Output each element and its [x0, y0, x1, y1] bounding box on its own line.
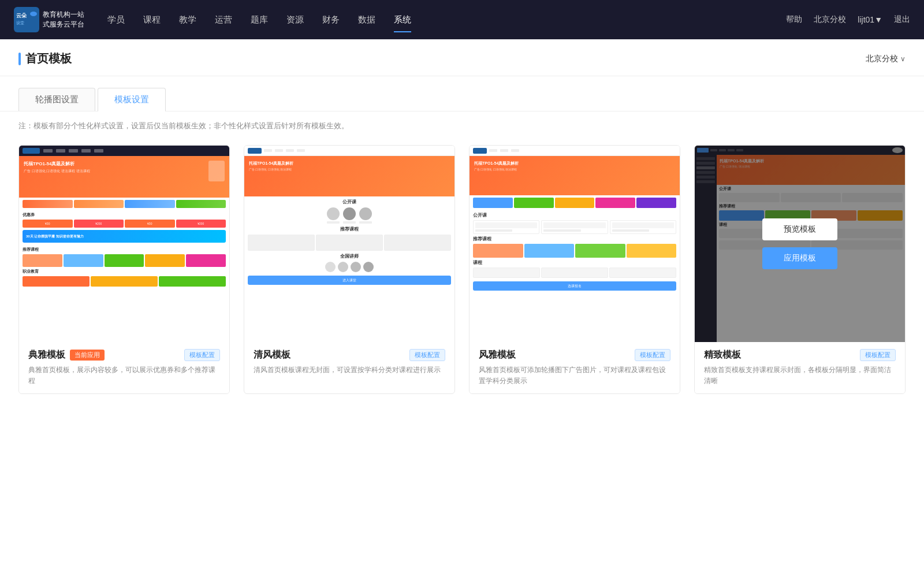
template-card-t4: 托福TPO1-54真题及解析 广告 口语强化 语法课程 公开课 — [694, 145, 906, 394]
template-preview-t2: 托福TPO1-54真题及解析 广告 口语强化 口语强化 语法课程 公开课 — [244, 146, 454, 342]
nav-courses[interactable]: 课程 — [143, 12, 161, 28]
template-preview-t1: 托福TPO1-54真题及解析 广告 口语强化 口语强化 语法课程 语法课程 优惠… — [19, 146, 229, 342]
svg-text:设堂: 设堂 — [16, 21, 24, 25]
apply-button-t4[interactable]: 应用模板 — [762, 247, 837, 269]
tabs-container: 轮播图设置 模板设置 — [0, 76, 924, 112]
notice-bar: 注：模板有部分个性化样式设置，设置后仅当前模板生效；非个性化样式设置后针对所有模… — [0, 112, 924, 140]
config-button-t2[interactable]: 模板配置 — [409, 349, 445, 361]
nav-teaching[interactable]: 教学 — [179, 12, 196, 28]
template-info-t3: 风雅模板 模板配置 风雅首页模板可添加轮播图下广告图片，可对课程及课程包设置学科… — [470, 342, 680, 393]
nav-resources[interactable]: 资源 — [286, 12, 304, 28]
template-preview-t3: 托福TPO1-54真题及解析 广告 口语强化 口语强化 语法课程 公开课 — [470, 146, 680, 342]
help-link[interactable]: 帮助 — [786, 14, 802, 25]
svg-rect-0 — [14, 7, 39, 32]
nav-menu: 学员 课程 教学 运营 题库 资源 财务 数据 系统 — [107, 12, 786, 28]
template-card-t2: 托福TPO1-54真题及解析 广告 口语强化 口语强化 语法课程 公开课 — [244, 145, 455, 394]
nav-finance[interactable]: 财务 — [322, 12, 340, 28]
page-header: 首页模板 北京分校 ∨ — [0, 39, 924, 76]
templates-grid: 托福TPO1-54真题及解析 广告 口语强化 口语强化 语法课程 语法课程 优惠… — [0, 140, 924, 413]
chevron-down-icon: ∨ — [900, 55, 906, 63]
page-container: 首页模板 北京分校 ∨ 轮播图设置 模板设置 注：模板有部分个性化样式设置，设置… — [0, 39, 924, 572]
logo-text: 教育机构一站 式服务云平台 — [43, 10, 84, 29]
template-desc-t2: 清风首页模板课程无封面，可设置按学科分类对课程进行展示 — [254, 365, 445, 376]
nav-system[interactable]: 系统 — [394, 12, 411, 28]
navbar: 云朵 设堂 教育机构一站 式服务云平台 学员 课程 教学 运营 题库 资源 财务… — [0, 0, 924, 39]
template-info-t1: 典雅模板 当前应用 模板配置 典雅首页模板，展示内容较多，可以展示优惠券和多个推… — [19, 342, 229, 393]
tab-slideshow[interactable]: 轮播图设置 — [18, 88, 95, 111]
template-card-t1: 托福TPO1-54真题及解析 广告 口语强化 口语强化 语法课程 语法课程 优惠… — [18, 145, 230, 394]
nav-students[interactable]: 学员 — [107, 12, 125, 28]
config-button-t4[interactable]: 模板配置 — [860, 349, 896, 361]
config-button-t1[interactable]: 模板配置 — [184, 349, 220, 361]
logout-button[interactable]: 退出 — [894, 14, 910, 25]
config-button-t3[interactable]: 模板配置 — [635, 349, 670, 361]
logo[interactable]: 云朵 设堂 教育机构一站 式服务云平台 — [14, 7, 84, 32]
template-desc-t4: 精致首页模板支持课程展示封面，各模板分隔明显，界面简洁清晰 — [704, 365, 896, 387]
template-name-t2: 清风模板 — [254, 349, 290, 361]
tab-template[interactable]: 模板设置 — [98, 88, 166, 112]
template-overlay-t4: 预览模板 应用模板 — [695, 146, 905, 342]
page-title: 首页模板 — [18, 51, 72, 66]
template-card-t3: 托福TPO1-54真题及解析 广告 口语强化 口语强化 语法课程 公开课 — [469, 145, 680, 394]
template-desc-t1: 典雅首页模板，展示内容较多，可以展示优惠券和多个推荐课程 — [28, 365, 220, 387]
template-info-t4: 精致模板 模板配置 精致首页模板支持课程展示封面，各模板分隔明显，界面简洁清晰 — [695, 342, 905, 393]
logo-icon: 云朵 设堂 — [14, 7, 39, 32]
template-preview-t4: 托福TPO1-54真题及解析 广告 口语强化 语法课程 公开课 — [695, 146, 905, 342]
branch-name[interactable]: 北京分校 — [814, 14, 846, 25]
template-name-t1: 典雅模板 — [28, 349, 65, 361]
tabs: 轮播图设置 模板设置 — [18, 88, 906, 111]
svg-point-3 — [30, 12, 37, 16]
template-name-t3: 风雅模板 — [479, 349, 516, 361]
current-badge-t1: 当前应用 — [70, 350, 105, 361]
svg-text:云朵: 云朵 — [16, 13, 27, 18]
user-menu[interactable]: lijt01▼ — [858, 15, 882, 24]
nav-data[interactable]: 数据 — [358, 12, 375, 28]
template-info-t2: 清风模板 模板配置 清风首页模板课程无封面，可设置按学科分类对课程进行展示 — [244, 342, 454, 382]
template-name-t4: 精致模板 — [704, 349, 741, 361]
nav-questions[interactable]: 题库 — [251, 12, 268, 28]
nav-operations[interactable]: 运营 — [215, 12, 232, 28]
template-desc-t3: 风雅首页模板可添加轮播图下广告图片，可对课程及课程包设置学科分类展示 — [479, 365, 670, 387]
branch-selector[interactable]: 北京分校 ∨ — [866, 54, 906, 64]
navbar-right: 帮助 北京分校 lijt01▼ 退出 — [786, 14, 910, 25]
preview-button-t4[interactable]: 预览模板 — [762, 218, 837, 240]
